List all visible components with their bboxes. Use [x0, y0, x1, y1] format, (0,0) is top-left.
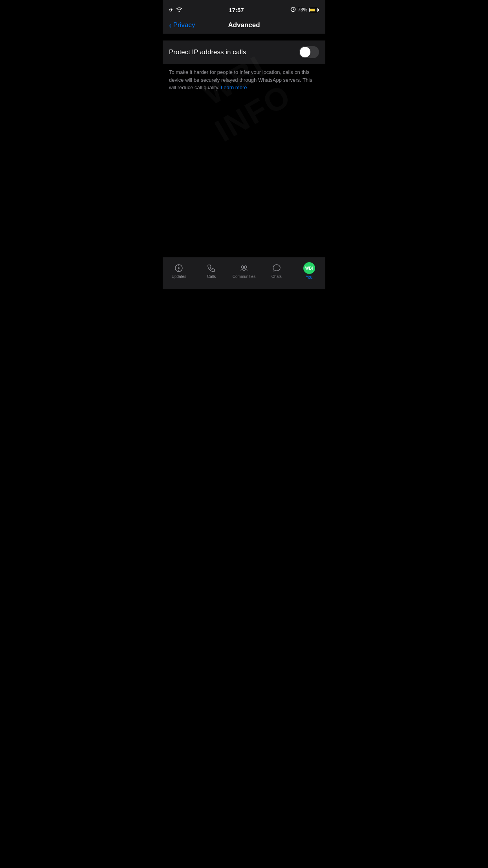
battery-percent: 73%	[298, 7, 307, 13]
tab-updates[interactable]: Updates	[163, 263, 195, 279]
tab-calls-label: Calls	[207, 274, 216, 279]
description-text: To make it harder for people to infer yo…	[169, 68, 319, 92]
wifi-icon	[176, 7, 182, 13]
svg-point-2	[178, 267, 180, 269]
tab-you[interactable]: WBI You	[293, 262, 325, 280]
you-avatar: WBI	[303, 262, 315, 274]
settings-section: Protect IP address in calls	[163, 40, 325, 64]
status-left-icons: ✈	[169, 7, 182, 13]
protect-ip-row: Protect IP address in calls	[163, 40, 325, 64]
tab-calls[interactable]: Calls	[195, 263, 228, 279]
calls-icon	[206, 263, 216, 273]
tab-communities-label: Communities	[233, 274, 255, 279]
toggle-track	[299, 46, 319, 58]
nav-header: ‹ Privacy Advanced	[163, 17, 325, 34]
back-button[interactable]: ‹ Privacy	[169, 21, 195, 29]
protect-ip-toggle[interactable]	[299, 46, 319, 58]
description-section: To make it harder for people to infer yo…	[163, 64, 325, 98]
toggle-thumb	[300, 47, 310, 57]
status-time: 17:57	[229, 7, 244, 13]
tab-chats[interactable]: Chats	[260, 263, 293, 279]
tab-communities[interactable]: Communities	[228, 263, 261, 279]
tab-chats-label: Chats	[272, 274, 282, 279]
learn-more-link[interactable]: Learn more	[221, 85, 247, 90]
protect-ip-label: Protect IP address in calls	[169, 48, 246, 56]
communities-icon	[239, 263, 249, 273]
battery-icon	[309, 8, 319, 12]
tab-you-label: You	[306, 275, 312, 280]
svg-point-5	[241, 266, 244, 268]
chevron-left-icon: ‹	[169, 21, 172, 29]
content-area: Protect IP address in calls To make it h…	[163, 40, 325, 98]
svg-point-7	[243, 268, 245, 270]
chats-icon	[272, 263, 282, 273]
back-label: Privacy	[173, 21, 195, 29]
airplane-icon: ✈	[169, 7, 174, 13]
status-bar: ✈ 17:57 73%	[163, 0, 325, 17]
status-right-icons: 73%	[290, 7, 319, 13]
lock-rotation-icon	[290, 7, 296, 13]
updates-icon	[174, 263, 184, 273]
svg-point-6	[244, 266, 247, 268]
tab-bar: Updates Calls Communities Chats	[163, 257, 325, 289]
tab-updates-label: Updates	[172, 274, 186, 279]
page-title: Advanced	[228, 21, 260, 29]
